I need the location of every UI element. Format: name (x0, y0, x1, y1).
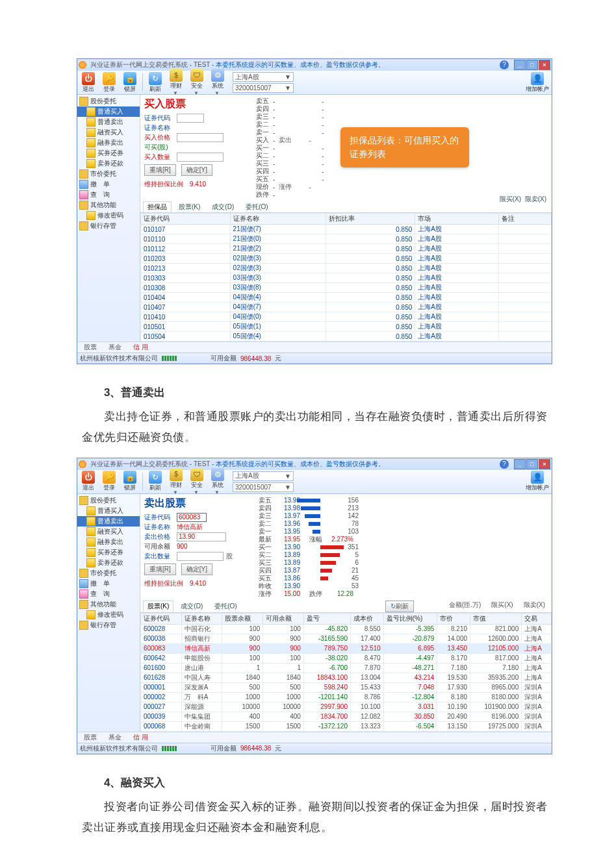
column-header[interactable]: 证券代码 (141, 214, 231, 225)
sidebar-item-cancel[interactable]: 撤 单 (77, 578, 140, 589)
money-button[interactable]: ＄理财▼ (168, 69, 185, 96)
minimize-icon[interactable]: _ (514, 60, 526, 70)
table-row[interactable]: 01030303国债(3)0.850上海A股 (141, 273, 552, 283)
exit-button[interactable]: ⏻退出 (80, 72, 97, 93)
column-header[interactable]: 证券名称 (181, 613, 222, 624)
sidebar-item-query[interactable]: 查 询 (77, 589, 140, 599)
account-select[interactable]: 3200015007▼ (233, 83, 294, 93)
lock-button[interactable]: 🔒锁屏 (122, 471, 138, 492)
minimize-icon[interactable]: _ (514, 459, 526, 469)
table-row[interactable]: 000001深发展A500500598.24015.4337.04817.930… (141, 682, 552, 692)
qty-input[interactable] (177, 153, 224, 162)
table-row[interactable]: 01050405国债(4)0.850上海A股 (141, 332, 552, 341)
column-header[interactable]: 证券名称 (230, 214, 326, 225)
bottom-tab-fund[interactable]: 基金 (105, 343, 125, 352)
column-header[interactable]: 折扣比率 (326, 214, 415, 225)
sidebar-item-margin-sell[interactable]: 融券卖出 (77, 138, 140, 148)
help-icon[interactable]: ? (500, 460, 509, 469)
table-row[interactable]: 01010721国债(7)0.850上海A股 (141, 225, 552, 234)
table-row[interactable]: 01050105国债(1)0.850上海A股 (141, 322, 552, 332)
column-header[interactable]: 成本价 (351, 613, 384, 624)
sidebar-root[interactable]: 股份委托 (77, 495, 140, 506)
column-header[interactable]: 盈亏 (303, 613, 350, 624)
table-row[interactable]: 000002万 科A10001000-1201.1408.786-12.8048… (141, 692, 552, 702)
sidebar-item-return-cash[interactable]: 卖券还款 (77, 558, 140, 568)
maximize-icon[interactable]: □ (526, 60, 538, 70)
sidebar-item-query[interactable]: 查 询 (77, 190, 140, 200)
qty-input[interactable] (177, 552, 224, 561)
refresh-button[interactable]: ↻刷新 (147, 72, 164, 93)
table-row[interactable]: 01041004国债(0)0.850上海A股 (141, 312, 552, 322)
sys-button[interactable]: ⚙系统▼ (209, 468, 226, 495)
sidebar-item-return-cash[interactable]: 卖券还款 (77, 158, 140, 169)
exit-button[interactable]: ⏻退出 (80, 471, 97, 492)
maximize-icon[interactable]: □ (526, 459, 538, 469)
sys-button[interactable]: ⚙系统▼ (209, 69, 226, 96)
column-header[interactable]: 市价 (437, 613, 470, 624)
bottom-tab-fund[interactable]: 基金 (105, 733, 125, 742)
bottom-tab-credit[interactable]: 信 用 (129, 343, 152, 352)
market-select[interactable]: 上海A股▼ (233, 471, 294, 481)
price-input[interactable]: 13.90 (177, 532, 226, 541)
login-button[interactable]: 🔑登录 (101, 471, 118, 492)
sidebar-root-market[interactable]: 市价委托 (77, 169, 140, 179)
market-select[interactable]: 上海A股▼ (233, 72, 294, 82)
tab-limit-sell[interactable]: 限卖(X) (525, 195, 546, 203)
table-row[interactable]: 01021302国债(3)0.850上海A股 (141, 264, 552, 273)
table-row[interactable]: 01011021国债(0)0.850上海A股 (141, 234, 552, 244)
table-row[interactable]: 600642申能股份100100-38.0208.470-4.4978.1708… (141, 653, 552, 663)
table-row[interactable]: 600028中国石化100100-45.8208.550-5.3958.2108… (141, 624, 552, 634)
sidebar-root[interactable]: 股份委托 (77, 96, 140, 106)
confirm-button[interactable]: 确定[Y] (181, 564, 212, 575)
money-button[interactable]: ＄理财▼ (168, 468, 185, 495)
sidebar-item-return-sec[interactable]: 买券还券 (77, 148, 140, 158)
column-header[interactable]: 股票余额 (222, 613, 263, 624)
bottom-tab-stock[interactable]: 股票 (80, 343, 101, 352)
table-row[interactable]: 600083博信高新900900789.75012.5106.89513.450… (141, 643, 552, 653)
tab-order[interactable]: 委托(O) (210, 601, 241, 612)
reset-button[interactable]: 重填[R] (144, 164, 176, 176)
sidebar-item-sell[interactable]: 普通卖出 (77, 516, 140, 527)
sidebar-item-return-sec[interactable]: 买券还券 (77, 547, 140, 558)
table-row[interactable]: 601600唐山港11-6.7007.870-48.2717.1807.180上… (141, 663, 552, 673)
tab-deal[interactable]: 成交(D) (207, 201, 238, 212)
refresh-button[interactable]: ↻刷新 (147, 471, 164, 492)
tab-limit-buy[interactable]: 限买(X) (500, 195, 521, 203)
sidebar-root-market[interactable]: 市价委托 (77, 568, 140, 578)
table-row[interactable]: 01040404国债(4)0.850上海A股 (141, 293, 552, 303)
refresh-button[interactable]: ↻刷新 (385, 601, 414, 612)
sidebar-item-buy[interactable]: 普通买入 (77, 506, 140, 516)
sidebar-root-bank[interactable]: 银行存管 (77, 620, 140, 630)
column-header[interactable]: 证券代码 (141, 613, 182, 624)
sidebar-item-margin-buy[interactable]: 融资买入 (77, 527, 140, 537)
sidebar-item-margin-buy[interactable]: 融资买入 (77, 127, 140, 138)
table-row[interactable]: 01020302国债(3)0.850上海A股 (141, 254, 552, 264)
table-row[interactable]: 601628中国人寿1840184018843.10013.00443.2141… (141, 673, 552, 682)
tab-stock[interactable]: 股票(K) (143, 601, 173, 612)
sidebar-item-buy[interactable]: 普通买入 (77, 106, 140, 117)
help-icon[interactable]: ? (500, 60, 509, 69)
limit-sell-label[interactable]: 限卖(X) (520, 601, 549, 612)
column-header[interactable]: 市值 (470, 613, 522, 624)
code-input[interactable]: 600083 (177, 513, 207, 522)
reset-button[interactable]: 重填[R] (144, 564, 176, 575)
add-account-button[interactable]: 👤增加帐户 (526, 72, 549, 93)
sidebar-item-password[interactable]: 修改密码 (77, 610, 140, 620)
column-header[interactable]: 交易 (522, 613, 552, 624)
safe-button[interactable]: 🛡安全▼ (188, 69, 205, 96)
column-header[interactable]: 盈亏比例(%) (383, 613, 437, 624)
tab-deal[interactable]: 成交(D) (176, 601, 207, 612)
table-row[interactable]: 000027深能源10000100002997.90010.1003.03110… (141, 702, 552, 712)
sidebar-item-password[interactable]: 修改密码 (77, 210, 140, 221)
confirm-button[interactable]: 确定[Y] (181, 164, 212, 176)
sidebar-item-margin-sell[interactable]: 融券卖出 (77, 537, 140, 547)
table-row[interactable]: 01040704国债(7)0.850上海A股 (141, 303, 552, 312)
bottom-tab-credit[interactable]: 信 用 (129, 733, 152, 742)
tab-order[interactable]: 委托(O) (241, 201, 272, 212)
add-account-button[interactable]: 👤增加帐户 (526, 471, 549, 492)
close-icon[interactable]: × (539, 459, 550, 469)
sidebar-item-sell[interactable]: 普通卖出 (77, 117, 140, 127)
table-row[interactable]: 600038招商银行900900-3165.59017.400-20.87914… (141, 634, 552, 643)
table-row[interactable]: 01030803国债(8)0.850上海A股 (141, 283, 552, 293)
price-input[interactable] (177, 133, 224, 142)
